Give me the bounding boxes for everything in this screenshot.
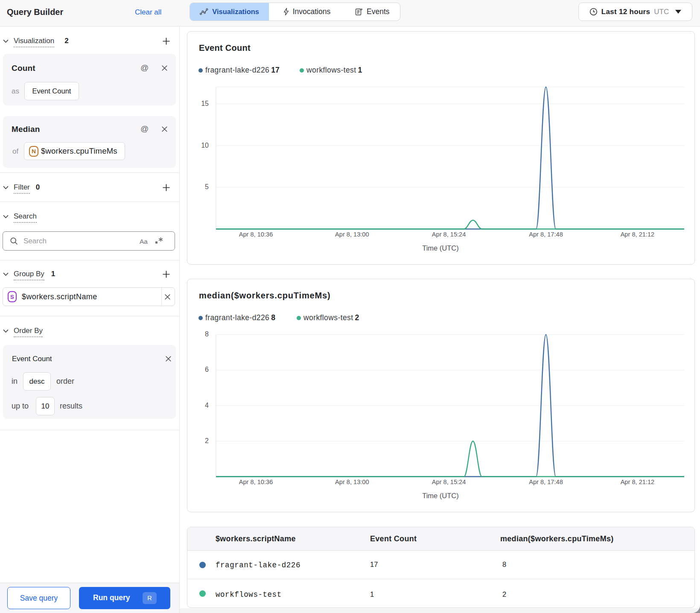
svg-text:Apr 8, 17:48: Apr 8, 17:48 — [529, 231, 563, 238]
svg-text:Apr 8, 21:12: Apr 8, 21:12 — [621, 231, 655, 238]
svg-text:5: 5 — [205, 183, 209, 190]
svg-text:Apr 8, 21:12: Apr 8, 21:12 — [621, 479, 655, 485]
svg-text:4: 4 — [205, 402, 209, 409]
svg-text:Apr 8, 10:36: Apr 8, 10:36 — [239, 231, 273, 238]
svg-text:Apr 8, 15:24: Apr 8, 15:24 — [432, 479, 466, 485]
svg-text:8: 8 — [205, 330, 209, 338]
svg-text:Time (UTC): Time (UTC) — [422, 244, 459, 252]
svg-text:Apr 8, 13:00: Apr 8, 13:00 — [335, 231, 369, 238]
svg-text:Time (UTC): Time (UTC) — [422, 492, 459, 499]
svg-text:Apr 8, 10:36: Apr 8, 10:36 — [239, 479, 273, 485]
svg-text:Apr 8, 13:00: Apr 8, 13:00 — [335, 479, 369, 485]
svg-text:2: 2 — [205, 437, 209, 444]
svg-text:6: 6 — [205, 366, 209, 373]
svg-text:Apr 8, 17:48: Apr 8, 17:48 — [529, 479, 563, 485]
svg-text:15: 15 — [201, 100, 209, 107]
svg-text:Apr 8, 15:24: Apr 8, 15:24 — [432, 231, 466, 238]
svg-text:10: 10 — [201, 142, 209, 149]
